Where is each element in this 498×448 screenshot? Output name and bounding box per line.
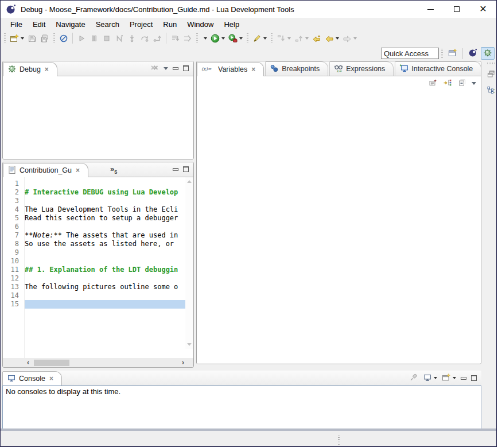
editor-area: Contribution_Gu × »5 1234567891011121314… [2,162,194,368]
last-edit-location-button[interactable] [310,32,323,45]
dropdown-arrow-icon[interactable] [353,37,357,40]
drop-to-frame-button[interactable] [169,32,181,45]
display-selected-console-button[interactable] [423,373,437,384]
window-minimize-button[interactable] [417,1,443,18]
back-button[interactable] [323,32,341,45]
save-icon [28,34,37,43]
menu-item-run[interactable]: Run [158,19,182,30]
dropdown-arrow-icon[interactable] [204,37,207,40]
dropdown-arrow-icon[interactable] [287,37,291,40]
toolbar-grip[interactable] [441,49,443,59]
dropdown-arrow-icon[interactable] [239,37,243,40]
debug-button[interactable] [200,32,209,45]
terminate-button[interactable] [100,32,113,45]
pin-console-icon[interactable] [409,373,418,384]
show-constants-icon[interactable] [429,78,438,89]
window-maximize-button[interactable] [443,1,470,18]
disconnect-button[interactable] [113,32,126,45]
view-menu-icon[interactable] [164,67,168,70]
view-menu-icon[interactable] [472,82,476,85]
minimize-view-icon[interactable] [173,67,178,70]
use-step-filters-button[interactable] [181,32,194,45]
mark-occurrences-button[interactable] [251,32,269,45]
dropdown-arrow-icon[interactable] [305,37,309,40]
open-console-button[interactable] [442,373,456,384]
tab-variables[interactable]: (x)= Variables × [197,62,264,76]
tab-interactive-console[interactable]: Interactive Console [395,61,481,76]
tab-contribution-guide[interactable]: Contribution_Gu × [3,163,88,177]
maximize-view-icon[interactable] [471,375,477,381]
menu-item-search[interactable]: Search [91,19,124,30]
editor-overflow-chevron[interactable]: »5 [110,165,117,175]
dropdown-arrow-icon[interactable] [21,37,24,40]
trim-grip[interactable] [487,63,495,64]
restore-views-button[interactable] [485,69,497,80]
debug-perspective-button[interactable] [481,47,495,60]
line-number-gutter[interactable]: 123456789101112131415 [3,177,25,358]
editor-vertical-scrollbar[interactable] [185,177,193,349]
menu-item-file[interactable]: File [5,19,28,30]
new-wizard-button[interactable] [8,32,26,45]
step-over-button[interactable] [138,32,151,45]
step-over-icon [140,34,149,43]
maximize-view-icon[interactable] [183,166,189,172]
toolbar-grip[interactable] [196,33,198,43]
toolbar-grip[interactable] [4,33,6,43]
console-output[interactable]: No consoles to display at this time. [2,385,481,430]
tab-expressions[interactable]: x= Expressions [329,61,394,76]
save-button[interactable] [26,32,38,45]
resume-button[interactable] [75,32,88,45]
lua-perspective-button[interactable] [466,47,480,60]
tab-breakpoints[interactable]: Breakpoints [265,61,328,76]
toolbar-grip[interactable] [247,33,248,43]
collapse-all-icon[interactable] [457,78,466,89]
forward-button[interactable] [341,32,359,45]
status-bar-grip[interactable] [338,435,340,445]
step-return-button[interactable] [151,32,164,45]
previous-annotation-button[interactable] [293,32,310,45]
show-logical-structures-icon[interactable] [443,78,452,89]
suspend-button[interactable] [88,32,100,45]
close-icon[interactable]: × [49,375,53,383]
dropdown-arrow-icon[interactable] [263,37,267,40]
menu-item-navigate[interactable]: Navigate [50,19,90,30]
editor-horizontal-scrollbar[interactable]: ‹ › [26,359,185,367]
remove-all-terminated-icon[interactable] [150,63,159,74]
menu-item-help[interactable]: Help [219,19,244,30]
menu-item-project[interactable]: Project [124,19,158,30]
tab-console[interactable]: Console × [2,371,62,385]
menu-item-window[interactable]: Window [182,19,219,30]
toolbar-grip[interactable] [53,33,55,43]
step-into-button[interactable] [126,32,138,45]
skip-all-breakpoints-button[interactable] [57,32,70,45]
debug-perspective-icon [483,48,492,59]
interactive-console-icon [399,64,408,75]
toolbar-grip[interactable] [271,33,273,43]
external-tools-button[interactable] [227,32,244,45]
outline-view-button[interactable] [485,85,497,96]
quick-access-input[interactable] [381,48,439,59]
next-annotation-button[interactable] [275,32,293,45]
scroll-up-icon[interactable] [187,180,192,183]
close-icon[interactable]: × [76,166,80,174]
scroll-left-icon[interactable]: ‹ [27,359,29,367]
open-perspective-button[interactable] [446,47,460,60]
maximize-view-icon[interactable] [183,65,189,71]
debug-view: Debug × [2,61,194,159]
dropdown-arrow-icon[interactable] [336,37,339,40]
save-all-button[interactable] [38,32,51,45]
scroll-down-icon[interactable] [187,343,192,346]
menu-item-edit[interactable]: Edit [28,19,50,30]
scrollbar-thumb[interactable] [34,360,69,366]
close-icon[interactable]: × [251,65,255,73]
tab-debug[interactable]: Debug × [3,62,57,76]
minimize-view-icon[interactable] [461,377,466,380]
run-button[interactable] [209,32,227,45]
scroll-right-icon[interactable]: › [182,359,184,367]
svg-text:(x)=: (x)= [201,67,212,72]
dropdown-arrow-icon[interactable] [221,37,225,40]
editor-text-area[interactable]: # Interactive DEBUG using Lua Develop Th… [25,177,193,358]
minimize-view-icon[interactable] [173,168,178,171]
close-icon[interactable]: × [45,65,49,73]
window-close-button[interactable]: ✕ [470,1,496,18]
